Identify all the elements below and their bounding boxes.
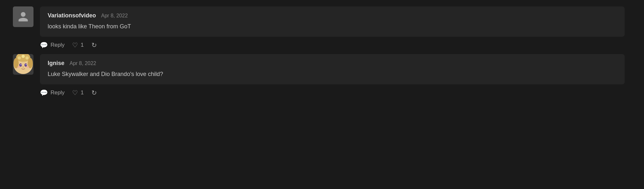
comment-row-2: Ignise Apr 8, 2022 Luke Skywalker and Di… [13, 54, 625, 84]
comment-text-1: looks kinda like Theon from GoT [48, 22, 617, 31]
anime-avatar-svg [13, 54, 33, 75]
comment-row-1: Variationsofvideo Apr 8, 2022 looks kind… [13, 6, 625, 37]
heart-icon-1: ♡ [72, 41, 78, 49]
share-button-2[interactable]: ↻ [91, 89, 97, 97]
share-icon-2: ↻ [91, 89, 97, 97]
comment-actions-2: 💬 Reply ♡ 1 ↻ [13, 84, 625, 99]
reply-label-1: Reply [51, 42, 64, 48]
like-button-2[interactable]: ♡ 1 [72, 89, 83, 97]
comment-header-1: Variationsofvideo Apr 8, 2022 [48, 12, 617, 19]
comments-container: Variationsofvideo Apr 8, 2022 looks kind… [13, 6, 625, 99]
comment-username-1: Variationsofvideo [48, 12, 96, 19]
comment-date-2: Apr 8, 2022 [70, 61, 96, 66]
svg-point-12 [17, 66, 20, 68]
share-icon-1: ↻ [91, 41, 97, 49]
avatar-variationsofvideo [13, 6, 33, 27]
comment-wrapper-1: Variationsofvideo Apr 8, 2022 looks kind… [13, 6, 625, 51]
user-icon [17, 11, 29, 23]
comment-wrapper-2: Ignise Apr 8, 2022 Luke Skywalker and Di… [13, 54, 625, 99]
reply-icon-2: 💬 [40, 89, 48, 97]
like-count-1: 1 [80, 42, 83, 48]
comment-actions-1: 💬 Reply ♡ 1 ↻ [13, 37, 625, 51]
svg-point-10 [26, 64, 27, 65]
reply-label-2: Reply [51, 90, 64, 96]
comment-bubble-1: Variationsofvideo Apr 8, 2022 looks kind… [40, 6, 625, 37]
comment-header-2: Ignise Apr 8, 2022 [48, 60, 617, 67]
reply-icon-1: 💬 [40, 41, 48, 49]
svg-point-6 [25, 56, 29, 60]
comment-username-2: Ignise [48, 60, 64, 67]
svg-point-13 [26, 66, 29, 68]
reply-button-2[interactable]: 💬 Reply [40, 89, 64, 97]
like-button-1[interactable]: ♡ 1 [72, 41, 83, 49]
like-count-2: 1 [80, 90, 83, 96]
reply-button-1[interactable]: 💬 Reply [40, 41, 64, 49]
comment-text-2: Luke Skywalker and Dio Brando's love chi… [48, 70, 617, 79]
avatar-ignise [13, 54, 33, 75]
svg-point-5 [22, 55, 25, 58]
comment-date-1: Apr 8, 2022 [101, 13, 128, 19]
svg-point-9 [21, 64, 22, 65]
heart-icon-2: ♡ [72, 89, 78, 97]
svg-point-4 [18, 56, 21, 60]
share-button-1[interactable]: ↻ [91, 41, 97, 49]
comment-bubble-2: Ignise Apr 8, 2022 Luke Skywalker and Di… [40, 54, 625, 84]
svg-point-11 [23, 67, 24, 68]
